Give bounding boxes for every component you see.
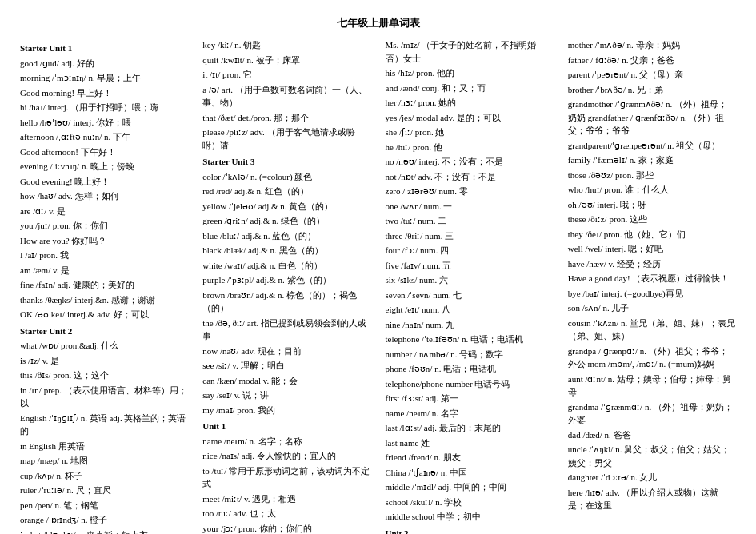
- entry: blue /bluː/ adj.& n. 蓝色（的）: [202, 229, 370, 243]
- unit-title: Starter Unit 1: [20, 42, 188, 55]
- entry: ruler /ˈruːlə/ n. 尺；直尺: [20, 484, 188, 497]
- entry: family /ˈfæməlɪ/ n. 家；家庭: [568, 153, 736, 167]
- entry: Good afternoon! 下午好！: [20, 145, 188, 159]
- entry: orange /ˈɒrɪndʒ/ n. 橙子: [20, 513, 188, 527]
- entry: grandparent/ˈɡrænpeərənt/ n. 祖父（母）: [568, 139, 736, 153]
- entry: last name 姓: [386, 436, 554, 450]
- column-2: key /kiː/ n. 钥匙quilt /kwɪlt/ n. 被子；床罩it …: [202, 38, 370, 534]
- entry: number /ˈnʌmbə/ n. 号码；数字: [386, 348, 554, 361]
- entry: in /ɪn/ prep. （表示使用语言、材料等）用；以: [20, 384, 188, 410]
- entry: Ms. /mɪz/ （于女子的姓名前，不指明婚否）女士: [386, 38, 554, 65]
- unit-title: Unit 2: [386, 527, 554, 535]
- entry: son /sʌn/ n. 儿子: [568, 301, 736, 315]
- entry: are /ɑː/ v. 是: [20, 205, 188, 218]
- entry: it /ɪt/ pron. 它: [202, 68, 370, 82]
- entry: telephone/phone number 电话号码: [386, 377, 554, 391]
- entry: white /waɪt/ adj.& n. 白色（的）: [202, 259, 370, 273]
- entry: evening /ˈiːvnɪŋ/ n. 晚上；傍晚: [20, 160, 188, 173]
- entry: key /kiː/ n. 钥匙: [202, 38, 370, 52]
- entry: have /hæv/ v. 经受；经历: [568, 257, 736, 271]
- entry: quilt /kwɪlt/ n. 被子；床罩: [202, 54, 370, 67]
- entry: black /blæk/ adj.& n. 黑色（的）: [202, 244, 370, 257]
- entry: map /mæp/ n. 地图: [20, 454, 188, 468]
- entry: fine /faɪn/ adj. 健康的；美好的: [20, 278, 188, 292]
- entry: what /wɒt/ pron.&adj. 什么: [20, 339, 188, 353]
- entry: first /fɜːst/ adj. 第一: [386, 392, 554, 405]
- entry: in English 用英语: [20, 440, 188, 453]
- entry: they /ðeɪ/ pron. 他（她、它）们: [568, 228, 736, 241]
- entry: hi /haɪ/ interj. （用于打招呼）喂；嗨: [20, 101, 188, 114]
- entry: cousin /ˈkʌzn/ n. 堂兄（弟、姐、妹）；表兄（弟、姐、妹）: [568, 317, 736, 343]
- entry: English /ˈɪŋɡlɪʃ/ n. 英语 adj. 英格兰的；英语的: [20, 412, 188, 438]
- entry: morning /ˈmɔːnɪŋ/ n. 早晨；上午: [20, 71, 188, 85]
- entry: mother /ˈmʌðə/ n. 母亲；妈妈: [568, 38, 736, 52]
- entry: thanks /θæŋks/ interj.&n. 感谢；谢谢: [20, 293, 188, 307]
- entry: jacket /ˈdʒækɪt/ n. 夹克衫；短上衣: [20, 528, 188, 535]
- entry: last /lɑːst/ adj. 最后的；末尾的: [386, 421, 554, 435]
- entry: too /tuː/ adv. 也；太: [202, 507, 370, 520]
- entry: name /neɪm/ n. 名字: [386, 407, 554, 420]
- entry: parent /ˈpeərənt/ n. 父（母）亲: [568, 68, 736, 82]
- entry: nice /naɪs/ adj. 令人愉快的；宜人的: [202, 449, 370, 463]
- entry: name /neɪm/ n. 名字；名称: [202, 435, 370, 448]
- entry: how /haʊ/ adv. 怎样；如何: [20, 189, 188, 203]
- entry: and /ænd/ conj. 和；又；而: [386, 82, 554, 95]
- entry: purple /ˈpɜːpl/ adj.& n. 紫色（的）: [202, 273, 370, 287]
- entry: telephone /ˈtelɪfəʊn/ n. 电话；电话机: [386, 333, 554, 346]
- unit-title: Starter Unit 3: [202, 155, 370, 169]
- entry: brother /ˈbrʌðə/ n. 兄；弟: [568, 83, 736, 97]
- entry: uncle /ˈʌŋkl/ n. 舅父；叔父；伯父；姑父；姨父；男父: [568, 443, 736, 469]
- entry: afternoon /ˌɑːftəˈnuːn/ n. 下午: [20, 130, 188, 144]
- entry: OK /əʊˈkeɪ/ interj.& adv. 好；可以: [20, 308, 188, 321]
- entry: middle school 中学；初中: [386, 510, 554, 524]
- entry: good /ɡud/ adj. 好的: [20, 57, 188, 70]
- entry: five /faɪv/ num. 五: [386, 259, 554, 273]
- entry: those /ðəʊz/ pron. 那些: [568, 169, 736, 182]
- page-title: 七年级上册单词表: [20, 16, 736, 30]
- entry: daughter /ˈdɔːtə/ n. 女儿: [568, 471, 736, 484]
- entry: that /ðæt/ det./pron. 那；那个: [202, 111, 370, 125]
- entry: two /tuː/ num. 二: [386, 214, 554, 228]
- column-4: mother /ˈmʌðə/ n. 母亲；妈妈father /ˈfɑːðə/ n…: [568, 38, 736, 514]
- entry: four /fɔː/ num. 四: [386, 244, 554, 257]
- entry: is /ɪz/ v. 是: [20, 354, 188, 368]
- entry: who /huː/ pron. 谁；什么人: [568, 183, 736, 197]
- column-1: Starter Unit 1good /ɡud/ adj. 好的morning …: [20, 38, 188, 534]
- entry: these /ðiːz/ pron. 这些: [568, 213, 736, 226]
- entry: hello /həˈləʊ/ interj. 你好；喂: [20, 116, 188, 130]
- entry: meet /miːt/ v. 遇见；相遇: [202, 492, 370, 506]
- entry: aunt /ɑːnt/ n. 姑母；姨母；伯母；婶母；舅母: [568, 373, 736, 399]
- entry: Good morning! 早上好！: [20, 86, 188, 100]
- entry: can /kæn/ modal v. 能；会: [202, 374, 370, 388]
- vocabulary-columns: Starter Unit 1good /ɡud/ adj. 好的morning …: [20, 38, 736, 534]
- unit-title: Starter Unit 2: [20, 325, 188, 338]
- entry: grandpa /ˈɡrænpɑː/ n. （外）祖父；爷爷；外公 mom /m…: [568, 345, 736, 371]
- unit-title: Unit 1: [202, 420, 370, 433]
- entry: yes /jes/ modal adv. 是的；可以: [386, 111, 554, 125]
- entry: nine /naɪn/ num. 九: [386, 318, 554, 332]
- entry: your /jɔː/ pron. 你的；你们的: [202, 522, 370, 535]
- entry: please /pliːz/ adv. （用于客气地请求或吩咐）请: [202, 126, 370, 152]
- entry: cup /kʌp/ n. 杯子: [20, 469, 188, 483]
- entry: here /hɪə/ adv. （用以介绍人或物）这就是；在这里: [568, 486, 736, 512]
- entry: am /æm/ v. 是: [20, 264, 188, 277]
- entry: grandma /ˈɡrænmɑː/ n. （外）祖母；奶奶；外婆: [568, 400, 736, 427]
- entry: friend /frend/ n. 朋友: [386, 451, 554, 464]
- entry: dad /dæd/ n. 爸爸: [568, 428, 736, 442]
- entry: this /ðɪs/ pron. 这；这个: [20, 369, 188, 382]
- entry: grandmother /ˈɡrænmʌðə/ n. （外）祖母；奶奶 gran…: [568, 98, 736, 137]
- entry: he /hiː/ pron. 他: [386, 141, 554, 154]
- entry: I /aɪ/ pron. 我: [20, 249, 188, 262]
- entry: father /ˈfɑːðə/ n. 父亲；爸爸: [568, 54, 736, 67]
- entry: school /skuːl/ n. 学校: [386, 496, 554, 509]
- entry: three /θriː/ num. 三: [386, 229, 554, 243]
- entry: green /ɡriːn/ adj.& n. 绿色（的）: [202, 214, 370, 228]
- entry: one /wʌn/ num. 一: [386, 200, 554, 213]
- entry: pen /pen/ n. 笔；钢笔: [20, 499, 188, 512]
- entry: phone /fəʊn/ n. 电话；电话机: [386, 362, 554, 376]
- entry: now /naʊ/ adv. 现在；目前: [202, 345, 370, 358]
- entry: yellow /ˈjeləʊ/ adj.& n. 黄色（的）: [202, 200, 370, 213]
- entry: China /ˈtʃaɪnə/ n. 中国: [386, 466, 554, 480]
- entry: Have a good day! （表示祝愿）过得愉快！: [568, 272, 736, 285]
- entry: six /sɪks/ num. 六: [386, 273, 554, 287]
